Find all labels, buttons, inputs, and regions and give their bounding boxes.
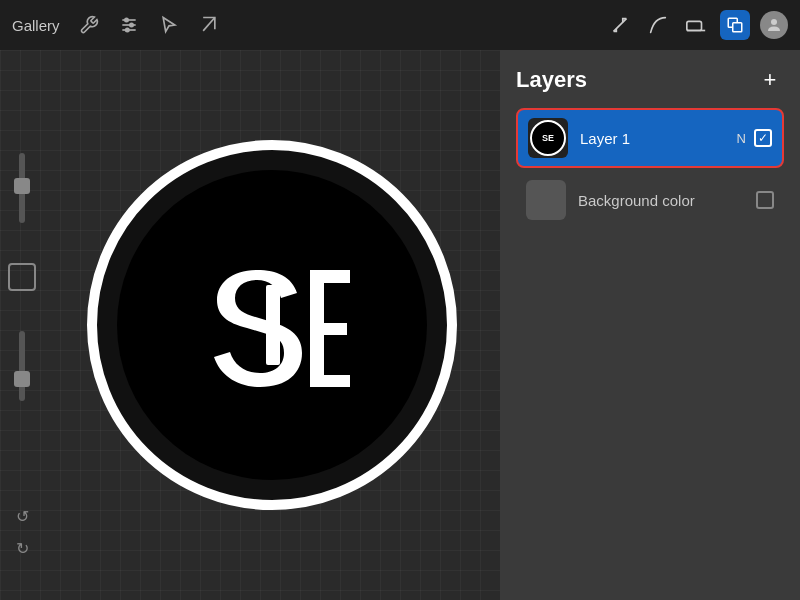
svg-line-7	[614, 19, 627, 32]
logo-circle	[87, 140, 457, 510]
layer-1-label: Layer 1	[580, 130, 737, 147]
layers-panel-title: Layers	[516, 67, 587, 93]
selection-icon[interactable]	[156, 12, 182, 38]
redo-button[interactable]: ↻	[10, 536, 34, 560]
se-monogram-svg	[172, 225, 372, 425]
svg-point-3	[124, 18, 127, 21]
layer-1-thumb-inner: SE	[530, 120, 566, 156]
layer-1-visibility-checkbox[interactable]	[754, 129, 772, 147]
top-toolbar: Gallery	[0, 0, 800, 50]
add-layer-button[interactable]: +	[756, 66, 784, 94]
undo-redo-area: ↺ ↻	[10, 504, 34, 580]
background-color-item[interactable]: Background color	[516, 170, 784, 230]
brush-size-thumb[interactable]	[14, 178, 30, 194]
svg-rect-8	[687, 21, 702, 30]
svg-rect-11	[733, 23, 742, 32]
layer-1-thumbnail: SE	[528, 118, 568, 158]
layers-panel-button[interactable]	[720, 10, 750, 40]
opacity-slider[interactable]	[19, 331, 25, 401]
background-color-swatch	[526, 180, 566, 220]
svg-rect-13	[266, 285, 280, 365]
svg-point-12	[771, 19, 777, 25]
gallery-button[interactable]: Gallery	[12, 17, 60, 34]
left-tool-icons	[76, 12, 222, 38]
canvas-content	[44, 50, 500, 600]
logo-inner	[117, 170, 427, 480]
right-tool-icons	[606, 10, 788, 40]
layers-header: Layers +	[516, 66, 784, 94]
color-swatch[interactable]	[8, 263, 36, 291]
background-color-checkbox[interactable]	[756, 191, 774, 209]
brush-size-slider[interactable]	[19, 153, 25, 223]
sliders-area	[8, 70, 36, 484]
left-toolbar: ↺ ↻	[0, 50, 44, 600]
adjustments-icon[interactable]	[116, 12, 142, 38]
svg-point-4	[129, 23, 132, 26]
opacity-thumb[interactable]	[14, 371, 30, 387]
user-avatar[interactable]	[760, 11, 788, 39]
undo-button[interactable]: ↺	[10, 504, 34, 528]
background-color-label: Background color	[578, 192, 756, 209]
wrench-icon[interactable]	[76, 12, 102, 38]
pencil-icon[interactable]	[606, 11, 634, 39]
layer-1-thumb-icon: SE	[542, 133, 554, 143]
svg-point-5	[125, 28, 128, 31]
eraser-icon[interactable]	[682, 11, 710, 39]
layers-panel: Layers + SE Layer 1 N Background color	[500, 50, 800, 600]
smudge-icon[interactable]	[644, 11, 672, 39]
layer-1-mode: N	[737, 131, 746, 146]
svg-line-6	[203, 18, 215, 31]
transform-icon[interactable]	[196, 12, 222, 38]
layer-item-1[interactable]: SE Layer 1 N	[516, 108, 784, 168]
